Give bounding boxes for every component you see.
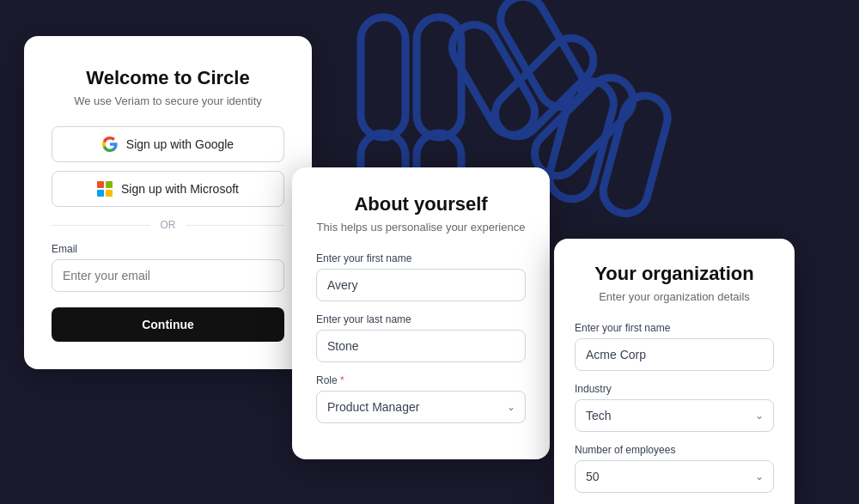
employees-select[interactable]: 50 1-10 11-50 51-200 201-500 500+ xyxy=(575,460,774,493)
industry-select[interactable]: Tech Finance Healthcare Education Other xyxy=(575,399,774,432)
about-subtitle: This helps us personalise your experienc… xyxy=(316,221,526,234)
microsoft-btn-label: Sign up with Microsoft xyxy=(121,182,239,196)
role-field-group: Role * Product Manager Engineer Designer… xyxy=(316,374,526,423)
google-signup-button[interactable]: Sign up with Google xyxy=(52,126,284,162)
cards-container: Welcome to Circle We use Veriam to secur… xyxy=(0,0,859,504)
industry-label: Industry xyxy=(575,383,774,395)
email-input[interactable] xyxy=(52,259,284,292)
organization-card: Your organization Enter your organizatio… xyxy=(554,239,795,504)
ms-green xyxy=(106,181,113,188)
org-name-field-group: Enter your first name xyxy=(575,322,774,371)
employees-select-wrapper: 50 1-10 11-50 51-200 201-500 500+ ⌄ xyxy=(575,460,774,493)
role-select[interactable]: Product Manager Engineer Designer Manage… xyxy=(316,391,526,423)
org-subtitle: Enter your organization details xyxy=(575,290,774,303)
continue-button[interactable]: Continue xyxy=(52,307,284,342)
first-name-input[interactable] xyxy=(316,269,526,301)
divider-text: OR xyxy=(161,219,176,231)
role-label: Role * xyxy=(316,374,526,386)
google-btn-label: Sign up with Google xyxy=(126,137,234,151)
email-field-group: Email xyxy=(52,243,284,292)
role-select-wrapper: Product Manager Engineer Designer Manage… xyxy=(316,391,526,423)
org-title: Your organization xyxy=(575,263,774,285)
divider: OR xyxy=(52,219,284,231)
org-name-label: Enter your first name xyxy=(575,322,774,334)
about-title: About yourself xyxy=(316,193,526,216)
last-name-field-group: Enter your last name xyxy=(316,313,526,362)
last-name-label: Enter your last name xyxy=(316,313,526,325)
google-icon xyxy=(102,137,118,152)
microsoft-icon xyxy=(97,181,113,197)
role-required-marker: * xyxy=(340,374,344,386)
employees-label: Number of employees xyxy=(575,444,774,456)
divider-line-right xyxy=(186,225,285,226)
microsoft-signup-button[interactable]: Sign up with Microsoft xyxy=(52,171,284,207)
ms-yellow xyxy=(106,190,113,197)
divider-line-left xyxy=(52,225,150,226)
org-name-input[interactable] xyxy=(575,338,774,371)
industry-field-group: Industry Tech Finance Healthcare Educati… xyxy=(575,383,774,432)
welcome-title: Welcome to Circle xyxy=(52,67,284,89)
welcome-subtitle: We use Veriam to secure your identity xyxy=(52,94,284,107)
industry-select-wrapper: Tech Finance Healthcare Education Other … xyxy=(575,399,774,432)
email-label: Email xyxy=(52,243,284,255)
ms-red xyxy=(97,181,104,188)
employees-field-group: Number of employees 50 1-10 11-50 51-200… xyxy=(575,444,774,493)
about-card: About yourself This helps us personalise… xyxy=(292,167,550,459)
first-name-field-group: Enter your first name xyxy=(316,252,526,301)
last-name-input[interactable] xyxy=(316,330,526,362)
first-name-label: Enter your first name xyxy=(316,252,526,264)
welcome-card: Welcome to Circle We use Veriam to secur… xyxy=(24,36,312,369)
ms-blue xyxy=(97,190,104,197)
